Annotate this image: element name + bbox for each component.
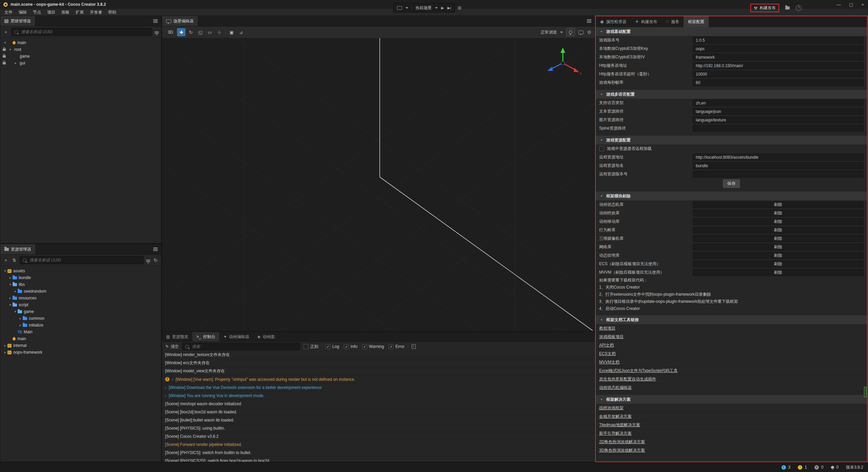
- regex-checkbox[interactable]: [303, 344, 309, 349]
- chevron-down-icon[interactable]: [560, 32, 563, 35]
- console-log-row[interactable]: [Scene] [bullet]:bullet wasm lib loaded.: [162, 416, 595, 424]
- expand-icon[interactable]: ›: [172, 377, 173, 381]
- panel-menu-icon[interactable]: [587, 19, 591, 20]
- section-header[interactable]: ▾游戏多语言配置: [596, 90, 867, 99]
- sort-icon[interactable]: ⇅: [11, 258, 17, 263]
- console-log-row[interactable]: [Scene] [PHYSICS]: switch from builtin t…: [162, 449, 595, 457]
- inspector-link[interactable]: 教程项目: [599, 326, 615, 331]
- asset-node[interactable]: ▾game: [0, 308, 161, 315]
- hierarchy-node[interactable]: ▾root: [0, 46, 161, 53]
- config-input[interactable]: [693, 171, 864, 178]
- remote-load-toggle[interactable]: 游戏中资源是否远程加载: [596, 144, 867, 153]
- transform-tool-button[interactable]: ↻: [186, 28, 195, 36]
- create-node-button[interactable]: +: [3, 29, 9, 35]
- config-input[interactable]: [693, 71, 864, 78]
- menu-item[interactable]: 文件: [1, 9, 16, 16]
- chevron-down-icon[interactable]: [406, 7, 408, 10]
- asset-node[interactable]: ▸oops-framework: [0, 349, 161, 356]
- inspector-link[interactable]: 原生包热更新配置自动生成插件: [599, 376, 656, 382]
- remove-module-button[interactable]: 剔除: [774, 210, 782, 216]
- chevron-right-icon[interactable]: ▸: [8, 296, 13, 300]
- inspector-link[interactable]: 新手引导解决方案: [599, 431, 632, 436]
- chevron-right-icon[interactable]: ▸: [13, 290, 18, 293]
- hierarchy-search[interactable]: [11, 28, 152, 36]
- log-file-icon[interactable]: [412, 344, 416, 349]
- tab-build-publish[interactable]: ✈构建发布: [631, 16, 662, 27]
- close-button[interactable]: ×: [861, 2, 864, 7]
- inspector-link[interactable]: 游戏模板项目: [599, 334, 624, 340]
- error-icon[interactable]: ×: [814, 465, 819, 470]
- menu-item[interactable]: 编辑: [16, 9, 30, 16]
- config-input[interactable]: [693, 125, 864, 132]
- remove-module-button[interactable]: 剔除: [774, 253, 782, 258]
- chevron-down-icon[interactable]: ▾: [599, 194, 604, 198]
- inspector-link[interactable]: 全栈开发解决方案: [599, 414, 632, 419]
- hierarchy-search-input[interactable]: [20, 29, 149, 35]
- info-icon[interactable]: i: [782, 465, 786, 470]
- menu-item[interactable]: 节点: [30, 9, 44, 16]
- hierarchy-node[interactable]: game: [0, 53, 161, 60]
- asset-node[interactable]: ▾script: [0, 301, 161, 308]
- remove-module-button[interactable]: 剔除: [774, 261, 782, 267]
- inspector-link[interactable]: 战棋游戏框架: [599, 405, 624, 411]
- asset-node[interactable]: ▾assets: [0, 268, 161, 274]
- config-input[interactable]: [693, 54, 864, 61]
- tab-services[interactable]: ∷服务: [662, 16, 684, 27]
- inspector-link[interactable]: API文档: [599, 342, 614, 348]
- clear-console-button[interactable]: ✎ 清空: [165, 344, 179, 350]
- inspector-link[interactable]: Excel格式转Json文件与TypeScript代码工具: [599, 368, 677, 374]
- hierarchy-node[interactable]: ▸gui: [0, 60, 161, 66]
- asset-node[interactable]: ▸seedrandom: [0, 288, 161, 295]
- console-log-row[interactable]: [Scene] Cocos Creator v3.8.2: [162, 432, 595, 440]
- menu-item[interactable]: 项目: [44, 9, 58, 16]
- remove-module-button[interactable]: 剔除: [774, 219, 782, 224]
- chevron-down-icon[interactable]: ▾: [8, 303, 13, 307]
- play-button[interactable]: ▶: [441, 6, 444, 10]
- menu-item[interactable]: 开发者: [87, 9, 105, 16]
- filter-icon[interactable]: [155, 32, 159, 32]
- warning-icon[interactable]: !: [798, 465, 802, 470]
- console-log-row[interactable]: [Scene] Forward render pipeline initiali…: [162, 440, 595, 449]
- inspector-link[interactable]: 3D角色扮演游戏解决方案: [599, 448, 645, 453]
- save-button[interactable]: 保存: [723, 179, 740, 188]
- chevron-down-icon[interactable]: ▾: [8, 48, 13, 51]
- inspector-link[interactable]: ECS文档: [599, 351, 616, 357]
- snap-tool-button[interactable]: ⊿: [237, 28, 245, 36]
- filter-icon[interactable]: [146, 260, 150, 260]
- refresh-icon[interactable]: ↻: [153, 258, 159, 263]
- config-input[interactable]: [693, 116, 864, 123]
- chevron-down-icon[interactable]: ▾: [599, 398, 604, 401]
- console-log-row[interactable]: ›[Window] Download the Vue Devtools exte…: [162, 383, 595, 392]
- view-mode-dropdown[interactable]: 正常浏览: [540, 29, 557, 35]
- section-header[interactable]: ▾游戏资源配置: [596, 136, 867, 144]
- config-input[interactable]: [693, 79, 864, 86]
- inspector-link[interactable]: 动画状态机编辑器: [599, 385, 632, 391]
- section-header[interactable]: ▾框架解决方案: [596, 395, 867, 404]
- chevron-right-icon[interactable]: ▸: [18, 323, 23, 327]
- checkbox-icon[interactable]: [599, 146, 604, 151]
- preview-device-icon[interactable]: [397, 6, 402, 10]
- panel-menu-icon[interactable]: [153, 19, 158, 20]
- chevron-down-icon[interactable]: ▾: [599, 318, 604, 321]
- tab-property-inspector[interactable]: ◉属性检查器: [596, 16, 631, 27]
- transform-tool-button[interactable]: ◱: [196, 28, 204, 36]
- tab-scene-editor[interactable]: 场景编辑器: [162, 16, 198, 26]
- assets-search-input[interactable]: [29, 257, 141, 263]
- chevron-right-icon[interactable]: ▸: [3, 351, 7, 354]
- console-search[interactable]: [182, 343, 300, 350]
- console-log-row[interactable]: [Scene] [box2d]:box2d wasm lib loaded.: [162, 408, 595, 416]
- menu-item[interactable]: 帮助: [105, 9, 119, 16]
- create-asset-button[interactable]: +: [3, 258, 9, 263]
- checkbox-icon[interactable]: [344, 344, 349, 349]
- log-filter-warning[interactable]: Warning: [362, 344, 384, 349]
- config-input[interactable]: [693, 162, 864, 169]
- config-input[interactable]: [693, 154, 864, 161]
- chevron-down-icon[interactable]: ▾: [3, 41, 7, 44]
- chevron-down-icon[interactable]: ▾: [3, 269, 7, 273]
- chevron-down-icon[interactable]: ▾: [13, 310, 18, 313]
- console-log-row[interactable]: [Scene] [PHYSICS]: using builtin.: [162, 424, 595, 432]
- console-log-row[interactable]: [Scene] [PHYSICS2D]: switch from box2d-w…: [162, 457, 595, 462]
- transform-tool-button[interactable]: ⊹: [215, 28, 223, 36]
- maximize-button[interactable]: ▢: [849, 2, 853, 7]
- console-log-row[interactable]: ›[Window] You are running Vue in develop…: [162, 392, 595, 400]
